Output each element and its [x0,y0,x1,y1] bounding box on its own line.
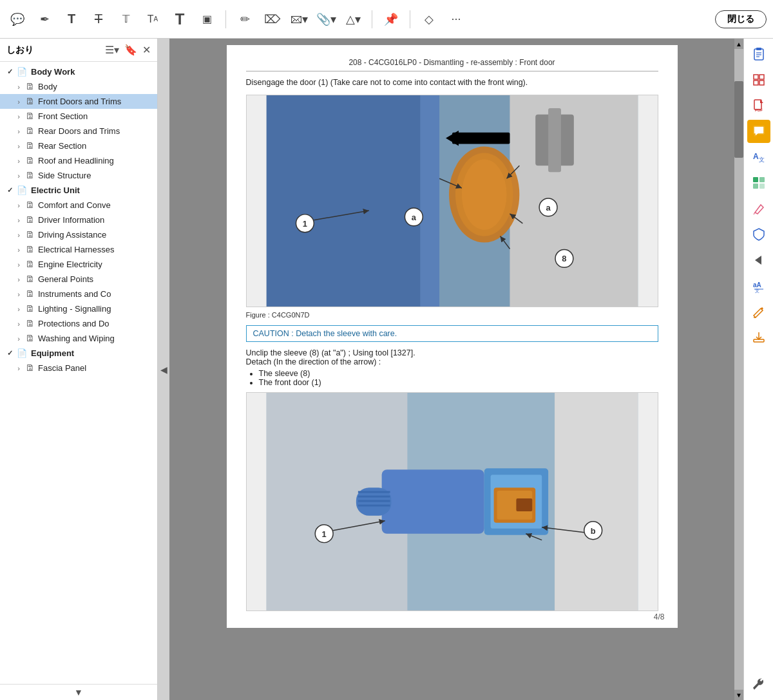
rp-shield-icon[interactable] [747,223,770,246]
close-button[interactable]: 閉じる [715,10,767,28]
sidebar-item-lighting[interactable]: › 🖺 Lighting - Signalling [0,301,157,316]
chevron-right-icon: › [14,216,23,224]
right-panel: PDF A文 aA文 [743,39,773,700]
sidebar-item-front-doors[interactable]: › 🖺 Front Doors and Trims [0,94,157,109]
rp-grid-icon[interactable] [747,68,770,91]
chevron-right-icon: › [14,305,23,313]
sidebar-item-electric-unit[interactable]: ✓ 📄 Electric Unit [0,183,157,198]
svg-text:b: b [590,526,595,536]
caution-box: CAUTION : Detach the sleeve with care. [246,325,658,342]
sidebar-item-fascia-panel[interactable]: › 🖺 Fascia Panel [0,361,157,375]
svg-text:1: 1 [321,529,326,539]
sidebar-item-label: Instruments and Co [38,289,152,299]
rp-pen-icon[interactable] [747,197,770,220]
doc-icon: 🖺 [26,82,34,91]
sidebar-item-roof[interactable]: › 🖺 Roof and Headlining [0,153,157,168]
sidebar-close-icon[interactable]: ✕ [142,44,151,56]
rp-edit-icon[interactable] [747,300,770,323]
svg-text:文: 文 [759,156,765,163]
sidebar-bookmark-icon[interactable]: 🔖 [124,44,137,56]
svg-rect-61 [759,184,765,189]
toolbar-separator-3 [410,10,410,28]
attach-icon[interactable]: 📎▾ [315,8,337,30]
text-icon[interactable]: T [61,8,82,30]
sidebar-item-label: Equipment [31,348,152,358]
step-2: Detach (In the direction of the arrow) : [246,357,658,366]
sidebar-scroll-down[interactable]: ▼ [0,684,157,700]
sidebar-item-body-work[interactable]: ✓ 📄 Body Work [0,64,157,79]
check-icon: ✓ [5,186,14,194]
svg-rect-1 [266,95,432,307]
comment-icon[interactable]: 💬 [6,8,28,30]
diamond-icon[interactable]: ◇ [418,8,440,30]
scroll-down-button[interactable]: ▼ [734,690,743,700]
text-large-icon[interactable]: T [169,8,191,30]
sidebar-item-driving-assist[interactable]: › 🖺 Driving Assistance [0,227,157,242]
doc-icon: 🖺 [26,245,34,254]
toolbar-separator-2 [372,10,372,28]
sidebar-item-protections[interactable]: › 🖺 Protections and Do [0,316,157,331]
sidebar-collapse-button[interactable]: ◀ [158,39,169,700]
sidebar-item-comfort[interactable]: › 🖺 Comfort and Conve [0,198,157,213]
sidebar-item-rear-section[interactable]: › 🖺 Rear Section [0,138,157,153]
sidebar-item-washing[interactable]: › 🖺 Washing and Wiping [0,331,157,346]
scroll-thumb[interactable] [734,81,743,158]
sidebar-item-general-points[interactable]: › 🖺 General Points [0,272,157,287]
sidebar-item-side-structure[interactable]: › 🖺 Side Structure [0,168,157,183]
step-1: Unclip the sleeve (8) (at "a") ; Using t… [246,348,658,357]
text-frame-icon[interactable]: ▣ [196,8,218,30]
sidebar-item-instruments[interactable]: › 🖺 Instruments and Co [0,287,157,301]
more-icon[interactable]: ··· [445,8,467,30]
stamp-icon[interactable]: 🖂▾ [288,8,310,30]
scroll-up-button[interactable]: ▲ [734,39,743,49]
text-strikethrough-icon[interactable]: T [88,8,110,30]
doc-icon: 🖺 [26,215,34,225]
folder-icon: 📄 [17,185,27,195]
sidebar-item-label: Comfort and Conve [38,200,152,210]
sidebar-item-rear-doors[interactable]: › 🖺 Rear Doors and Trims [0,124,157,138]
rp-wrench-icon[interactable] [747,673,770,696]
chevron-right-icon: › [14,276,23,283]
rp-download-icon[interactable] [747,326,770,349]
sidebar-item-elec-harness[interactable]: › 🖺 Electrical Harnesses [0,242,157,257]
sidebar-item-label: Engine Electricity [38,260,152,269]
chevron-right-icon: › [14,290,23,298]
check-icon: ✓ [5,349,14,357]
rp-translate2-icon[interactable]: aA文 [747,274,770,298]
chevron-right-icon: › [14,335,23,343]
sidebar-item-body[interactable]: › 🖺 Body [0,79,157,94]
step-list: The sleeve (8) The front door (1) [259,369,658,387]
chevron-right-icon: › [14,113,23,120]
pen-icon[interactable]: ✒ [33,8,55,30]
rp-clipboard-icon[interactable] [747,43,770,66]
sidebar-item-label: Roof and Headlining [38,156,152,166]
shape-icon[interactable]: △▾ [342,8,364,30]
rp-modules-icon[interactable] [747,171,770,194]
svg-rect-60 [753,184,758,189]
text-subscript-icon[interactable]: TA [142,8,164,30]
sidebar-item-driver-info[interactable]: › 🖺 Driver Information [0,213,157,227]
sidebar-item-label: Driver Information [38,215,152,225]
sidebar-item-engine-elec[interactable]: › 🖺 Engine Electricity [0,257,157,272]
text-box-icon[interactable]: 𝕋 [115,8,137,30]
pin-icon[interactable]: 📌 [380,8,402,30]
doc-scrollbar[interactable]: ▲ ▼ [734,39,743,700]
svg-rect-5 [548,108,561,172]
doc-icon: 🖺 [26,156,34,166]
rp-collapse-icon[interactable] [747,249,770,272]
eraser-icon[interactable]: ⌦ [261,8,283,30]
sidebar-item-front-section[interactable]: › 🖺 Front Section [0,109,157,124]
rp-pdf-icon[interactable]: PDF [747,94,770,117]
sidebar-item-label: Front Doors and Trims [38,97,152,106]
svg-rect-59 [759,177,765,182]
doc-viewer[interactable]: 208 - C4CG016LP0 - Dismantling - re-asse… [169,39,734,700]
rp-comment-icon[interactable] [747,120,770,143]
sidebar-item-equipment[interactable]: ✓ 📄 Equipment [0,346,157,361]
doc-icon: 🖺 [26,274,34,284]
rp-translate-icon[interactable]: A文 [747,146,770,169]
pencil-icon[interactable]: ✏ [234,8,256,30]
main-area: しおり ☰▾ 🔖 ✕ ✓ 📄 Body Work › 🖺 Body › 🖺 [0,39,773,700]
scroll-track[interactable] [734,49,743,690]
sidebar-menu-icon[interactable]: ☰▾ [105,44,119,56]
svg-text:aA: aA [753,281,761,289]
